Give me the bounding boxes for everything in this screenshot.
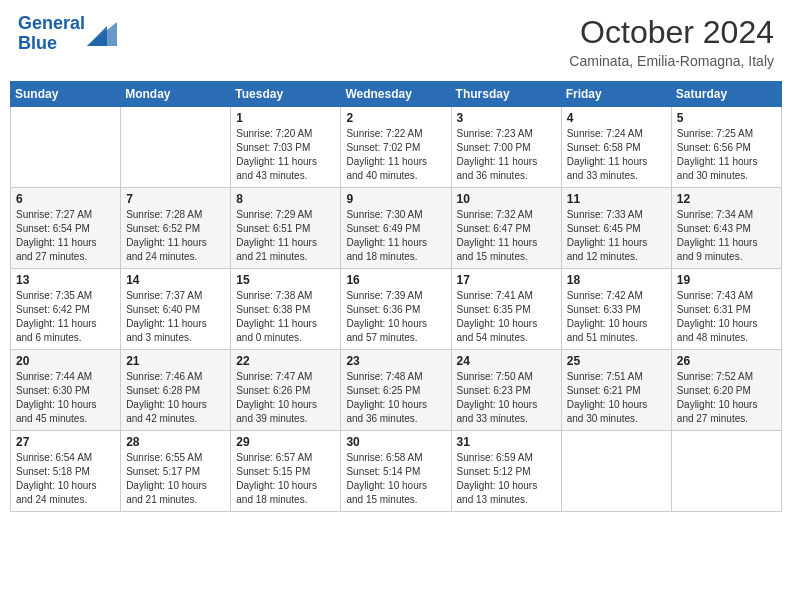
day-number: 27 xyxy=(16,435,115,449)
day-info: Sunrise: 7:39 AMSunset: 6:36 PMDaylight:… xyxy=(346,289,445,345)
day-info: Sunrise: 7:27 AMSunset: 6:54 PMDaylight:… xyxy=(16,208,115,264)
calendar-day-cell: 11Sunrise: 7:33 AMSunset: 6:45 PMDayligh… xyxy=(561,188,671,269)
day-number: 14 xyxy=(126,273,225,287)
day-info: Sunrise: 7:44 AMSunset: 6:30 PMDaylight:… xyxy=(16,370,115,426)
day-number: 25 xyxy=(567,354,666,368)
calendar-day-cell: 7Sunrise: 7:28 AMSunset: 6:52 PMDaylight… xyxy=(121,188,231,269)
calendar-day-cell: 31Sunrise: 6:59 AMSunset: 5:12 PMDayligh… xyxy=(451,431,561,512)
calendar-day-cell: 21Sunrise: 7:46 AMSunset: 6:28 PMDayligh… xyxy=(121,350,231,431)
day-number: 18 xyxy=(567,273,666,287)
calendar-day-cell: 14Sunrise: 7:37 AMSunset: 6:40 PMDayligh… xyxy=(121,269,231,350)
calendar-day-cell: 18Sunrise: 7:42 AMSunset: 6:33 PMDayligh… xyxy=(561,269,671,350)
calendar-day-cell: 27Sunrise: 6:54 AMSunset: 5:18 PMDayligh… xyxy=(11,431,121,512)
calendar-table: SundayMondayTuesdayWednesdayThursdayFrid… xyxy=(10,81,782,512)
month-title: October 2024 xyxy=(569,14,774,51)
day-info: Sunrise: 7:20 AMSunset: 7:03 PMDaylight:… xyxy=(236,127,335,183)
day-info: Sunrise: 7:46 AMSunset: 6:28 PMDaylight:… xyxy=(126,370,225,426)
day-number: 30 xyxy=(346,435,445,449)
calendar-day-cell: 3Sunrise: 7:23 AMSunset: 7:00 PMDaylight… xyxy=(451,107,561,188)
day-info: Sunrise: 6:58 AMSunset: 5:14 PMDaylight:… xyxy=(346,451,445,507)
calendar-week-row: 13Sunrise: 7:35 AMSunset: 6:42 PMDayligh… xyxy=(11,269,782,350)
day-number: 29 xyxy=(236,435,335,449)
calendar-day-cell: 9Sunrise: 7:30 AMSunset: 6:49 PMDaylight… xyxy=(341,188,451,269)
calendar-day-cell: 8Sunrise: 7:29 AMSunset: 6:51 PMDaylight… xyxy=(231,188,341,269)
calendar-day-cell: 24Sunrise: 7:50 AMSunset: 6:23 PMDayligh… xyxy=(451,350,561,431)
day-number: 10 xyxy=(457,192,556,206)
calendar-day-cell: 19Sunrise: 7:43 AMSunset: 6:31 PMDayligh… xyxy=(671,269,781,350)
calendar-day-cell: 30Sunrise: 6:58 AMSunset: 5:14 PMDayligh… xyxy=(341,431,451,512)
day-number: 17 xyxy=(457,273,556,287)
svg-marker-1 xyxy=(87,26,107,46)
day-info: Sunrise: 7:47 AMSunset: 6:26 PMDaylight:… xyxy=(236,370,335,426)
day-number: 9 xyxy=(346,192,445,206)
weekday-header: Sunday xyxy=(11,82,121,107)
day-number: 31 xyxy=(457,435,556,449)
calendar-day-cell: 12Sunrise: 7:34 AMSunset: 6:43 PMDayligh… xyxy=(671,188,781,269)
day-info: Sunrise: 7:32 AMSunset: 6:47 PMDaylight:… xyxy=(457,208,556,264)
calendar-day-cell: 13Sunrise: 7:35 AMSunset: 6:42 PMDayligh… xyxy=(11,269,121,350)
day-info: Sunrise: 7:52 AMSunset: 6:20 PMDaylight:… xyxy=(677,370,776,426)
day-number: 5 xyxy=(677,111,776,125)
page-header: General Blue October 2024 Caminata, Emil… xyxy=(10,10,782,73)
logo-text: General Blue xyxy=(18,14,85,54)
calendar-day-cell: 29Sunrise: 6:57 AMSunset: 5:15 PMDayligh… xyxy=(231,431,341,512)
day-info: Sunrise: 7:23 AMSunset: 7:00 PMDaylight:… xyxy=(457,127,556,183)
day-info: Sunrise: 7:48 AMSunset: 6:25 PMDaylight:… xyxy=(346,370,445,426)
day-number: 22 xyxy=(236,354,335,368)
weekday-header: Saturday xyxy=(671,82,781,107)
day-info: Sunrise: 7:51 AMSunset: 6:21 PMDaylight:… xyxy=(567,370,666,426)
day-info: Sunrise: 7:42 AMSunset: 6:33 PMDaylight:… xyxy=(567,289,666,345)
calendar-day-cell: 20Sunrise: 7:44 AMSunset: 6:30 PMDayligh… xyxy=(11,350,121,431)
calendar-day-cell: 1Sunrise: 7:20 AMSunset: 7:03 PMDaylight… xyxy=(231,107,341,188)
day-number: 1 xyxy=(236,111,335,125)
day-number: 7 xyxy=(126,192,225,206)
day-info: Sunrise: 6:55 AMSunset: 5:17 PMDaylight:… xyxy=(126,451,225,507)
logo-icon xyxy=(87,22,117,46)
day-info: Sunrise: 7:37 AMSunset: 6:40 PMDaylight:… xyxy=(126,289,225,345)
day-info: Sunrise: 6:59 AMSunset: 5:12 PMDaylight:… xyxy=(457,451,556,507)
day-info: Sunrise: 7:28 AMSunset: 6:52 PMDaylight:… xyxy=(126,208,225,264)
weekday-header: Tuesday xyxy=(231,82,341,107)
title-block: October 2024 Caminata, Emilia-Romagna, I… xyxy=(569,14,774,69)
weekday-header: Wednesday xyxy=(341,82,451,107)
calendar-day-cell: 17Sunrise: 7:41 AMSunset: 6:35 PMDayligh… xyxy=(451,269,561,350)
calendar-day-cell: 4Sunrise: 7:24 AMSunset: 6:58 PMDaylight… xyxy=(561,107,671,188)
calendar-week-row: 20Sunrise: 7:44 AMSunset: 6:30 PMDayligh… xyxy=(11,350,782,431)
calendar-week-row: 6Sunrise: 7:27 AMSunset: 6:54 PMDaylight… xyxy=(11,188,782,269)
day-number: 20 xyxy=(16,354,115,368)
day-info: Sunrise: 7:24 AMSunset: 6:58 PMDaylight:… xyxy=(567,127,666,183)
day-info: Sunrise: 7:50 AMSunset: 6:23 PMDaylight:… xyxy=(457,370,556,426)
calendar-day-cell: 15Sunrise: 7:38 AMSunset: 6:38 PMDayligh… xyxy=(231,269,341,350)
calendar-day-cell: 23Sunrise: 7:48 AMSunset: 6:25 PMDayligh… xyxy=(341,350,451,431)
day-info: Sunrise: 7:35 AMSunset: 6:42 PMDaylight:… xyxy=(16,289,115,345)
day-number: 8 xyxy=(236,192,335,206)
day-number: 26 xyxy=(677,354,776,368)
location: Caminata, Emilia-Romagna, Italy xyxy=(569,53,774,69)
calendar-day-cell: 28Sunrise: 6:55 AMSunset: 5:17 PMDayligh… xyxy=(121,431,231,512)
calendar-header-row: SundayMondayTuesdayWednesdayThursdayFrid… xyxy=(11,82,782,107)
calendar-day-cell xyxy=(671,431,781,512)
day-number: 6 xyxy=(16,192,115,206)
weekday-header: Thursday xyxy=(451,82,561,107)
day-number: 2 xyxy=(346,111,445,125)
day-info: Sunrise: 7:30 AMSunset: 6:49 PMDaylight:… xyxy=(346,208,445,264)
calendar-week-row: 27Sunrise: 6:54 AMSunset: 5:18 PMDayligh… xyxy=(11,431,782,512)
day-number: 19 xyxy=(677,273,776,287)
calendar-week-row: 1Sunrise: 7:20 AMSunset: 7:03 PMDaylight… xyxy=(11,107,782,188)
day-number: 11 xyxy=(567,192,666,206)
calendar-day-cell: 25Sunrise: 7:51 AMSunset: 6:21 PMDayligh… xyxy=(561,350,671,431)
calendar-day-cell: 2Sunrise: 7:22 AMSunset: 7:02 PMDaylight… xyxy=(341,107,451,188)
day-number: 23 xyxy=(346,354,445,368)
calendar-day-cell: 10Sunrise: 7:32 AMSunset: 6:47 PMDayligh… xyxy=(451,188,561,269)
logo: General Blue xyxy=(18,14,117,54)
calendar-day-cell: 5Sunrise: 7:25 AMSunset: 6:56 PMDaylight… xyxy=(671,107,781,188)
day-info: Sunrise: 7:22 AMSunset: 7:02 PMDaylight:… xyxy=(346,127,445,183)
day-number: 13 xyxy=(16,273,115,287)
day-number: 21 xyxy=(126,354,225,368)
calendar-day-cell: 22Sunrise: 7:47 AMSunset: 6:26 PMDayligh… xyxy=(231,350,341,431)
day-number: 4 xyxy=(567,111,666,125)
calendar-day-cell xyxy=(561,431,671,512)
day-info: Sunrise: 7:38 AMSunset: 6:38 PMDaylight:… xyxy=(236,289,335,345)
day-info: Sunrise: 7:29 AMSunset: 6:51 PMDaylight:… xyxy=(236,208,335,264)
day-info: Sunrise: 7:34 AMSunset: 6:43 PMDaylight:… xyxy=(677,208,776,264)
